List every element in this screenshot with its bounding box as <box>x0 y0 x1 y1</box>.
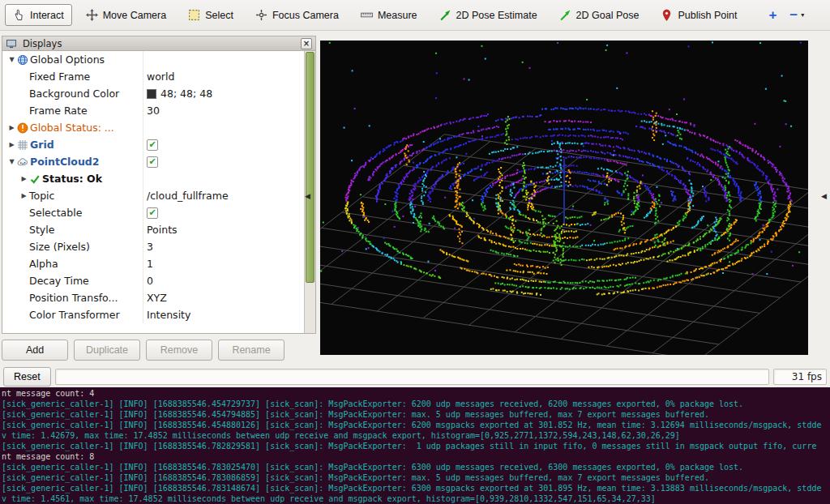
property-value-text[interactable]: Intensity <box>147 309 190 321</box>
property-value-cell[interactable]: /cloud_fullframe <box>143 187 304 204</box>
property-label: Decay Time <box>29 275 89 287</box>
tool-focus-camera[interactable]: Focus Camera <box>247 4 347 26</box>
color-swatch[interactable] <box>147 89 156 99</box>
enabled-checkbox[interactable]: ✔ <box>147 156 158 168</box>
property-value-text[interactable]: 0 <box>147 275 153 287</box>
chevron-down-icon[interactable]: ▾ <box>801 11 804 19</box>
property-value-cell[interactable]: 48; 48; 48 <box>143 85 304 102</box>
remove-display-button[interactable]: Remove <box>146 340 212 361</box>
publish-point-pin-icon <box>661 9 673 21</box>
fps-indicator: 31 fps <box>773 369 827 385</box>
property-name-cell: ▼Global Options <box>2 53 143 66</box>
property-value-cell[interactable]: Points <box>143 221 304 238</box>
property-value-text[interactable]: world <box>147 70 174 83</box>
add-tool-button[interactable]: + <box>762 6 783 25</box>
expander-open-icon[interactable]: ▼ <box>6 56 17 63</box>
tree-row-frame-rate[interactable]: Frame Rate30 <box>2 102 304 119</box>
tree-row-position-transfo[interactable]: Position Transfo...XYZ <box>2 289 304 306</box>
property-value-text[interactable]: 1 <box>147 258 153 270</box>
property-value-text[interactable]: 3 <box>147 241 153 253</box>
render-viewport-canvas[interactable] <box>320 41 808 355</box>
tool-label: 2D Goal Pose <box>576 10 640 21</box>
property-name-cell: Alpha <box>2 258 143 270</box>
terminal-line: [sick_generic_caller-1] [INFO] [16883855… <box>2 483 828 493</box>
tree-row-color-transformer[interactable]: Color TransformerIntensity <box>2 306 304 323</box>
close-icon[interactable]: × <box>301 38 312 49</box>
tool-label: 2D Pose Estimate <box>456 10 537 21</box>
property-name-cell: Position Transfo... <box>2 292 143 304</box>
expander-closed-icon[interactable]: ▶ <box>19 192 29 199</box>
tool-label: Publish Point <box>678 10 737 21</box>
tree-row-global-options[interactable]: ▼Global Options <box>2 51 304 68</box>
tree-row-global-status[interactable]: ▶Global Status: ... <box>2 119 304 136</box>
property-label: PointCloud2 <box>30 156 100 168</box>
tree-row-topic[interactable]: ▶Topic/cloud_fullframe <box>2 187 304 204</box>
add-display-button[interactable]: Add <box>2 340 68 361</box>
tree-row-status-ok[interactable]: ▶Status: Ok <box>2 170 304 187</box>
property-label: Status: Ok <box>42 173 102 185</box>
tree-row-style[interactable]: StylePoints <box>2 221 304 238</box>
property-name-cell: ▶Status: Ok <box>2 173 143 185</box>
terminal[interactable]: nt message count: 4[sick_generic_caller-… <box>0 387 830 504</box>
property-value-text[interactable]: /cloud_fullframe <box>147 190 229 202</box>
property-name-cell: Color Transformer <box>2 309 143 321</box>
property-value-text[interactable]: Points <box>147 224 178 236</box>
property-value-cell[interactable]: world <box>143 68 304 85</box>
property-name-cell: Frame Rate <box>2 105 143 117</box>
property-name-cell: Fixed Frame <box>2 70 143 83</box>
displays-titlebar[interactable]: Displays × <box>2 36 315 51</box>
tree-row-background-color[interactable]: Background Color48; 48; 48 <box>2 85 304 102</box>
tree-row-fixed-frame[interactable]: Fixed Frameworld <box>2 68 304 85</box>
property-label: Position Transfo... <box>29 292 118 304</box>
tree-row-size-pixels[interactable]: Size (Pixels)3 <box>2 238 304 255</box>
enabled-checkbox[interactable]: ✔ <box>147 139 158 151</box>
terminal-line: nt message count: 4 <box>2 388 828 399</box>
property-value-cell[interactable]: ✔ <box>143 136 304 153</box>
property-name-cell: ▶Global Status: ... <box>2 122 143 134</box>
displays-panel: Displays × ▼Global OptionsFixed Framewor… <box>2 36 316 334</box>
tool-select[interactable]: Select <box>180 4 242 26</box>
tool-move-camera[interactable]: Move Camera <box>78 4 175 26</box>
reset-button[interactable]: Reset <box>3 367 51 387</box>
expander-closed-icon[interactable]: ▶ <box>6 124 17 131</box>
tree-row-grid[interactable]: ▶Grid✔ <box>2 136 304 153</box>
property-value-cell[interactable]: ✔ <box>143 153 304 170</box>
toolbar: InteractMove CameraSelectFocus CameraMea… <box>0 0 830 31</box>
tool-measure[interactable]: Measure <box>353 4 426 26</box>
property-value-text[interactable]: 30 <box>147 105 160 117</box>
property-value-cell[interactable]: XYZ <box>143 289 304 306</box>
scrollbar-thumb[interactable] <box>306 52 314 283</box>
enabled-checkbox[interactable]: ✔ <box>147 207 158 219</box>
property-value-cell[interactable]: 30 <box>143 102 304 119</box>
property-name-cell: Decay Time <box>2 275 143 287</box>
tree-row-alpha[interactable]: Alpha1 <box>2 255 304 272</box>
tool-2d-goal-pose[interactable]: 2D Goal Pose <box>551 4 648 26</box>
splitter-arrow-right-icon[interactable]: ◀ <box>821 192 827 200</box>
property-label: Size (Pixels) <box>29 241 90 253</box>
tree-row-pointcloud2[interactable]: ▼PointCloud2✔ <box>2 153 304 170</box>
tool-interact[interactable]: Interact <box>5 4 72 26</box>
property-value-text[interactable]: 48; 48; 48 <box>160 88 212 100</box>
property-value-cell[interactable]: 1 <box>143 255 304 272</box>
tool-2d-pose-estimate[interactable]: 2D Pose Estimate <box>431 4 545 26</box>
property-value-cell[interactable]: ✔ <box>143 204 304 221</box>
expander-closed-icon[interactable]: ▶ <box>19 175 29 182</box>
status-bar: Reset 31 fps <box>0 366 830 387</box>
property-name-cell: Background Color <box>2 88 143 100</box>
splitter-arrow-left-icon[interactable]: ◀ <box>305 192 310 200</box>
property-value-cell[interactable]: Intensity <box>143 306 304 323</box>
displays-monitor-icon <box>6 38 19 49</box>
property-value-cell <box>143 170 304 187</box>
tree-row-decay-time[interactable]: Decay Time0 <box>2 272 304 289</box>
property-value-cell[interactable]: 3 <box>143 238 304 255</box>
property-name-cell: Style <box>2 224 143 236</box>
expander-open-icon[interactable]: ▼ <box>6 158 17 165</box>
property-label: Grid <box>30 139 54 151</box>
duplicate-display-button[interactable]: Duplicate <box>74 340 140 361</box>
rename-display-button[interactable]: Rename <box>218 340 285 361</box>
property-value-cell[interactable]: 0 <box>143 272 304 289</box>
property-value-text[interactable]: XYZ <box>147 292 167 304</box>
expander-closed-icon[interactable]: ▶ <box>6 141 17 148</box>
tree-row-selectable[interactable]: Selectable✔ <box>2 204 304 221</box>
tool-publish-point[interactable]: Publish Point <box>652 4 745 26</box>
